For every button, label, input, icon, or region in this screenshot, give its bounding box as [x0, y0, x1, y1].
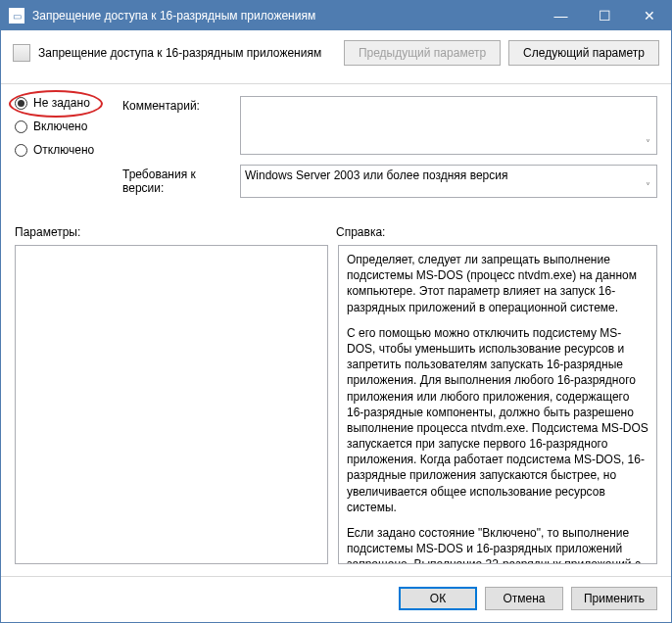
radio-disabled[interactable]: Отключено: [15, 143, 122, 157]
radio-icon: [15, 144, 27, 157]
apply-button[interactable]: Применить: [571, 587, 657, 610]
ok-button[interactable]: ОК: [399, 587, 477, 610]
titlebar: ▭ Запрещение доступа к 16-разрядным прил…: [1, 1, 671, 30]
policy-icon: [13, 44, 30, 62]
scroll-down-icon: ˅: [641, 138, 654, 152]
cancel-button[interactable]: Отмена: [485, 587, 563, 610]
supported-text: Windows Server 2003 или более поздняя ве…: [245, 168, 507, 182]
next-setting-button[interactable]: Следующий параметр: [508, 40, 659, 66]
radio-icon: [15, 120, 27, 133]
radio-label: Отключено: [33, 143, 94, 157]
minimize-button[interactable]: —: [539, 1, 583, 30]
maximize-button[interactable]: ☐: [583, 1, 627, 30]
help-panel[interactable]: Определяет, следует ли запрещать выполне…: [338, 245, 657, 564]
window-title: Запрещение доступа к 16-разрядным прилож…: [32, 9, 539, 23]
app-icon: ▭: [9, 8, 24, 24]
state-radio-group: Не задано Включено Отключено: [15, 96, 122, 208]
radio-label: Включено: [33, 120, 87, 133]
help-paragraph: Определяет, следует ли запрещать выполне…: [347, 252, 648, 315]
previous-setting-button[interactable]: Предыдущий параметр: [344, 40, 501, 66]
help-label: Справка:: [336, 225, 385, 239]
comment-textbox[interactable]: ˅: [240, 96, 657, 155]
help-paragraph: Если задано состояние "Включено", то вып…: [347, 525, 648, 564]
footer: ОК Отмена Применить: [1, 576, 671, 619]
header: Запрещение доступа к 16-разрядным прилож…: [1, 30, 671, 84]
close-button[interactable]: ✕: [627, 1, 671, 30]
scroll-down-icon: ˅: [641, 181, 654, 195]
radio-not-configured[interactable]: Не задано: [15, 96, 122, 110]
content: Не задано Включено Отключено Комментарий…: [1, 84, 671, 576]
options-label: Параметры:: [15, 225, 336, 239]
comment-label: Комментарий:: [122, 96, 240, 155]
radio-icon: [15, 97, 27, 110]
supported-label: Требования к версии:: [122, 165, 240, 198]
radio-enabled[interactable]: Включено: [15, 120, 122, 133]
policy-title: Запрещение доступа к 16-разрядным прилож…: [38, 46, 336, 60]
options-panel: [15, 245, 328, 564]
supported-textbox: Windows Server 2003 или более поздняя ве…: [240, 165, 657, 198]
help-paragraph: С его помощью можно отключить подсистему…: [347, 325, 648, 515]
radio-label: Не задано: [33, 96, 90, 110]
